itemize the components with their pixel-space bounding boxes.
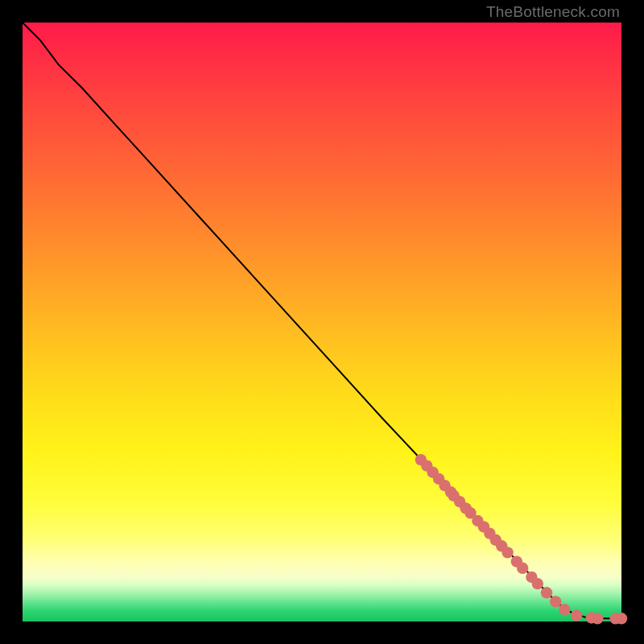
- data-point: [502, 547, 513, 558]
- data-point: [541, 587, 552, 598]
- curve-line: [23, 23, 621, 618]
- chart-svg: [23, 23, 621, 621]
- chart-frame: [23, 23, 621, 621]
- data-point: [592, 613, 603, 624]
- data-point: [517, 563, 528, 574]
- data-point: [616, 613, 627, 624]
- data-point: [571, 609, 582, 621]
- data-point: [532, 578, 543, 589]
- data-point: [550, 596, 561, 607]
- curve-markers: [415, 454, 628, 625]
- data-point: [559, 604, 570, 615]
- watermark-text: TheBottleneck.com: [486, 3, 620, 21]
